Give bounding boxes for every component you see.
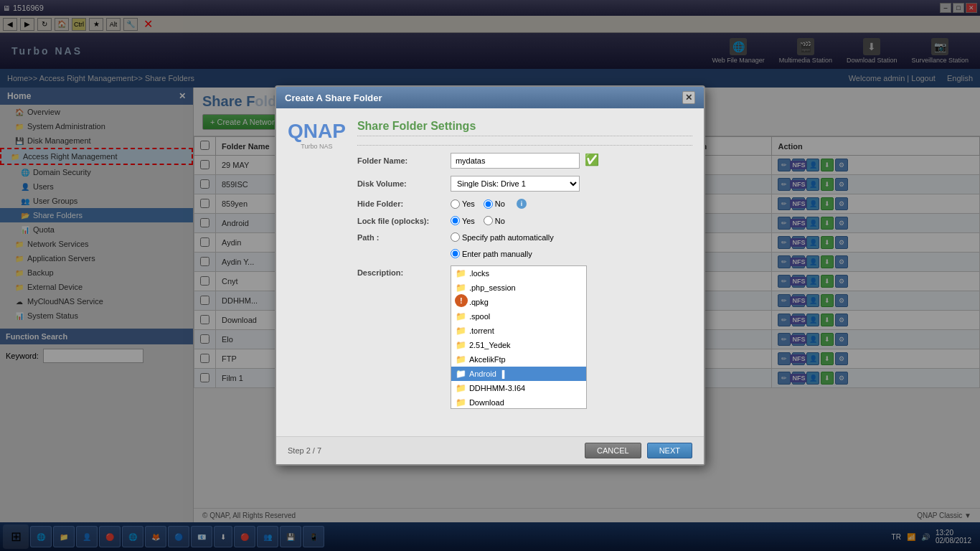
hide-no-radio[interactable]: [484, 199, 493, 209]
path-item-label: .locks: [469, 269, 489, 278]
path-item-label: Download: [469, 398, 504, 407]
path-item-label: .spool: [469, 312, 490, 321]
disk-volume-control: Single Disk: Drive 1: [451, 176, 692, 192]
folder-icon: 📁: [456, 354, 466, 364]
modal-title-text: Create A Share Folder: [285, 93, 382, 103]
description-row: Description: 📁 .locks 📁 .php_ses: [357, 265, 692, 418]
path-item-label: .torrent: [469, 326, 494, 335]
path-item-yedek[interactable]: 📁 2.51_Yedek: [451, 338, 586, 352]
info-icon[interactable]: i: [517, 199, 527, 209]
path-item-label: Android: [469, 369, 496, 378]
hide-folder-label: Hide Folder:: [357, 199, 451, 208]
hide-yes-label[interactable]: Yes: [451, 199, 475, 209]
folder-name-input[interactable]: [451, 153, 580, 169]
folder-icon: 📁: [456, 340, 466, 350]
warning-icon: !: [455, 294, 468, 307]
folder-name-label: Folder Name:: [357, 156, 451, 165]
modal-form: Share Folder Settings Folder Name: ✅ Dis…: [357, 120, 692, 425]
path-manual-row: Enter path manually: [357, 249, 692, 258]
folder-icon: 📁: [456, 369, 466, 379]
lock-no-label[interactable]: No: [484, 216, 505, 225]
path-item-qpkg[interactable]: 📁 .qpkg: [451, 295, 586, 309]
disk-volume-label: Disk Volume:: [357, 179, 451, 188]
lock-yes-radio[interactable]: [451, 216, 460, 225]
modal-overlay: Create A Share Folder ✕ QNAP Turbo NAS S…: [0, 0, 980, 551]
section-title: Share Folder Settings: [357, 120, 692, 136]
folder-icon: 📁: [456, 326, 466, 336]
disk-volume-select[interactable]: Single Disk: Drive 1: [451, 176, 580, 192]
folder-icon: 📁: [456, 283, 466, 293]
hide-yes-radio[interactable]: [451, 199, 460, 209]
valid-checkmark: ✅: [585, 154, 599, 166]
path-manual-radio[interactable]: [451, 249, 460, 258]
path-item-label: DDHHMM-3.I64: [469, 384, 525, 392]
qnap-logo: QNAP: [288, 120, 346, 143]
path-row: Path : Specify path automatically: [357, 232, 692, 242]
cancel-button[interactable]: CANCEL: [585, 443, 641, 458]
path-item-torrent[interactable]: 📁 .torrent: [451, 324, 586, 338]
path-manual-control: Enter path manually: [451, 249, 692, 258]
lock-file-control: Yes No: [451, 216, 692, 225]
modal-body: QNAP Turbo NAS Share Folder Settings Fol…: [276, 108, 704, 436]
lock-file-label: Lock file (oplocks):: [357, 217, 451, 225]
folder-icon: 📁: [456, 268, 466, 278]
path-item-label: 2.51_Yedek: [469, 341, 511, 349]
folder-name-row: Folder Name: ✅: [357, 153, 692, 169]
lock-no-radio[interactable]: [484, 216, 493, 225]
description-label: Description:: [357, 268, 451, 277]
disk-volume-row: Disk Volume: Single Disk: Drive 1: [357, 176, 692, 192]
path-item-php[interactable]: 📁 .php_session: [451, 281, 586, 295]
folder-icon: 📁: [456, 397, 466, 408]
folder-name-control: ✅: [451, 153, 692, 169]
path-item-akcelik[interactable]: 📁 AkcelikFtp: [451, 352, 586, 367]
path-item-spool[interactable]: 📁 .spool: [451, 309, 586, 324]
modal-footer: Step 2 / 7 CANCEL NEXT: [276, 436, 704, 464]
next-button[interactable]: NEXT: [647, 443, 692, 458]
path-item-label: AkcelikFtp: [469, 355, 506, 364]
footer-buttons: CANCEL NEXT: [585, 443, 692, 458]
modal-title-bar: Create A Share Folder ✕: [276, 87, 704, 108]
path-item-label: .php_session: [469, 283, 516, 292]
hide-folder-row: Hide Folder: Yes No i: [357, 199, 692, 209]
step-text: Step 2 / 7: [288, 446, 321, 455]
create-share-modal: Create A Share Folder ✕ QNAP Turbo NAS S…: [275, 85, 705, 466]
modal-logo: QNAP Turbo NAS: [288, 120, 346, 425]
path-item-ddhhmm[interactable]: 📁 DDHHMM-3.I64: [451, 381, 586, 395]
folder-icon: 📁: [456, 311, 466, 321]
lock-file-row: Lock file (oplocks): Yes No: [357, 216, 692, 225]
description-control: 📁 .locks 📁 .php_session 📁 .qpkg: [451, 265, 692, 418]
lock-yes-label[interactable]: Yes: [451, 216, 475, 225]
path-item-locks[interactable]: 📁 .locks: [451, 266, 586, 281]
path-selector: 📁 .locks 📁 .php_session 📁 .qpkg: [451, 265, 587, 409]
path-item-android[interactable]: 📁 Android ▌: [451, 367, 586, 381]
cursor-indicator: ▌: [502, 370, 507, 378]
modal-close-button[interactable]: ✕: [682, 91, 695, 104]
path-label: Path :: [357, 233, 451, 242]
path-manual-label[interactable]: Enter path manually: [451, 249, 692, 258]
path-auto-radio[interactable]: [451, 232, 460, 242]
hide-no-label[interactable]: No: [484, 199, 505, 209]
path-item-download[interactable]: 📁 Download: [451, 395, 586, 409]
folder-icon: 📁: [456, 383, 466, 393]
path-auto-label[interactable]: Specify path automatically: [451, 232, 692, 242]
path-item-label: .qpkg: [469, 298, 489, 306]
qnap-sub: Turbo NAS: [301, 143, 332, 150]
hide-folder-control: Yes No i: [451, 199, 692, 209]
path-control: Specify path automatically: [451, 232, 692, 242]
